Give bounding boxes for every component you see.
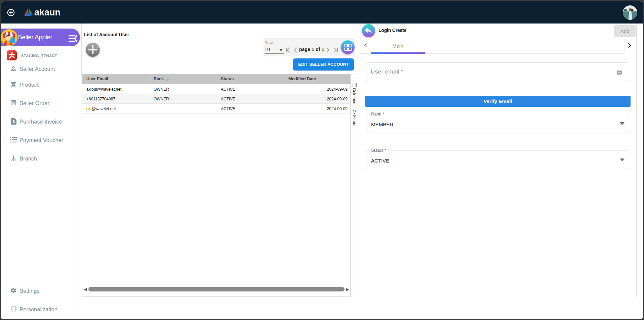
svg-text:$: $ bbox=[12, 120, 14, 124]
